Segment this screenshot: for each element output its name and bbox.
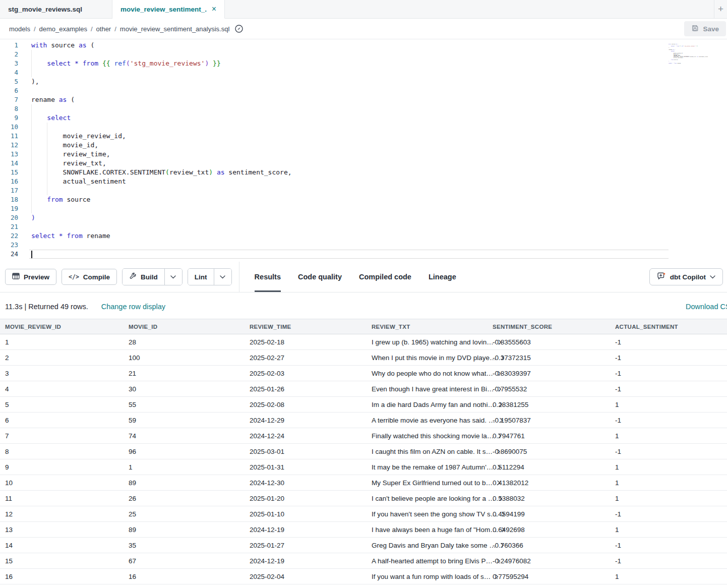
sql-code-editor[interactable]: 1with source as (23 select * from {{ ref… [0,39,727,262]
cell-actual-sentiment: 1 [610,463,727,471]
lint-button[interactable]: Lint [188,269,214,285]
breadcrumb-segment: movie_review_sentiment_analysis.sql [120,25,230,33]
change-row-display-link[interactable]: Change row display [101,303,165,311]
code-lines: 1with source as (23 select * from {{ ref… [0,41,727,259]
code-text [18,204,31,213]
cell-actual-sentiment: -1 [610,354,727,362]
minimap-token: ( [677,44,678,44]
new-tab-button[interactable]: + [714,0,727,18]
minimap-token: actual_sentiment [669,57,683,58]
build-button[interactable]: Build [123,269,165,285]
tab-lineage[interactable]: Lineage [429,262,456,292]
code-text: movie_id, [18,141,98,150]
code-text: select * from {{ ref('stg_movie_reviews'… [18,59,221,68]
cell-sentiment-score: -0.8690075 [488,448,610,455]
lint-dropdown-button[interactable] [214,269,231,285]
code-line[interactable]: 21 [0,222,727,231]
code-token: sentiment_score, [225,168,292,176]
compass-icon[interactable] [234,24,244,33]
code-line[interactable]: 24 [0,250,727,259]
review-text-truncated: It may be the remake of 1987 Autumn'… [372,463,493,471]
code-line[interactable]: 7rename as ( [0,95,727,104]
minimap-token: source [674,59,678,60]
code-token [98,60,102,67]
code-text: from source [18,195,90,204]
wrench-icon [129,272,137,281]
cell-movie-review-id: 10 [0,479,124,487]
cell-review-txt: Im a die hard Dads Army fan and nothi… [367,401,488,408]
cell-movie-id: 67 [124,557,245,565]
editor-minimap[interactable]: with source as ( select * from {{ ref('s… [669,44,708,66]
code-line[interactable]: 18 from source [0,195,727,204]
code-text: with source as ( [18,41,94,50]
code-line[interactable]: 11 movie_review_id, [0,132,727,141]
line-number: 24 [0,250,18,259]
code-token: 'stg_movie_reviews' [130,60,205,67]
column-header-movie_id: MOVIE_ID [124,324,245,330]
code-line[interactable]: 4 [0,68,727,77]
code-text: movie_review_id, [18,132,126,141]
code-line[interactable]: 16 actual_sentiment [0,177,727,186]
line-number: 20 [0,213,18,222]
file-tab-0[interactable]: stg_movie_reviews.sql [0,0,112,18]
line-number: 23 [0,241,18,250]
tab-code-quality[interactable]: Code quality [298,262,342,292]
code-line[interactable]: 15 SNOWFLAKE.CORTEX.SENTIMENT(review_txt… [0,168,727,177]
cell-actual-sentiment: 1 [610,495,727,502]
code-line[interactable]: 5), [0,77,727,86]
close-icon[interactable]: × [212,5,216,14]
code-line[interactable]: 6 [0,86,727,95]
column-header-review_time: REVIEW_TIME [245,324,367,330]
download-csv-link[interactable]: Download CSV [686,303,727,311]
cell-review-txt: If you haven't seen the gong show TV s… [367,510,488,518]
cell-actual-sentiment: -1 [610,510,727,518]
compile-button[interactable]: </> Compile [62,269,117,285]
save-button[interactable]: Save [684,21,726,36]
cell-review-txt: A half-hearted attempt to bring Elvis P… [367,557,488,565]
tab-results[interactable]: Results [255,262,281,292]
code-line[interactable]: 13 review_time, [0,150,727,159]
tab-compiled-code[interactable]: Compiled code [359,262,411,292]
code-line[interactable]: 14 review_txt, [0,159,727,168]
code-line[interactable]: 19 [0,204,727,213]
build-dropdown-button[interactable] [165,269,182,285]
line-number: 22 [0,231,18,241]
results-table-body: 1282025-02-18I grew up (b. 1965) watchin… [0,334,727,588]
review-text-truncated: I grew up (b. 1965) watching and lovin… [372,338,494,346]
file-tab-1[interactable]: movie_review_sentiment_...× [112,0,225,19]
breadcrumb-separator: / [114,25,116,33]
breadcrumb-segment: other [96,25,111,33]
dbt-copilot-button[interactable]: dbt Copilot [649,268,723,285]
code-line[interactable]: 2 [0,50,727,59]
code-line[interactable]: 9 select [0,113,727,123]
result-panel-tabs: ResultsCode qualityCompiled codeLineage [255,262,473,292]
line-number: 14 [0,159,18,168]
code-line[interactable]: 12 movie_id, [0,141,727,150]
code-line[interactable]: 22select * from rename [0,231,727,241]
code-line[interactable]: 20) [0,213,727,222]
code-line[interactable]: 1with source as ( [0,41,727,50]
code-line[interactable]: 8 [0,104,727,113]
line-number: 15 [0,168,18,177]
cell-movie-id: 28 [124,338,245,346]
line-number: 11 [0,132,18,141]
cell-movie-review-id: 12 [0,510,124,518]
breadcrumb-segment: models [9,25,30,33]
preview-button[interactable]: Preview [5,269,56,285]
open-file-tabs: stg_movie_reviews.sqlmovie_review_sentim… [0,0,225,18]
code-line[interactable]: 23 [0,241,727,250]
cell-movie-review-id: 1 [0,338,124,346]
cell-review-txt: I can't believe people are looking for a… [367,495,488,502]
code-line[interactable]: 17 [0,186,727,195]
line-number: 8 [0,104,18,113]
code-line[interactable]: 3 select * from {{ ref('stg_movie_review… [0,59,727,68]
review-text-truncated: Finally watched this shocking movie la… [372,432,494,440]
cell-actual-sentiment: -1 [610,557,727,565]
code-line[interactable]: 10 [0,123,727,132]
cell-review-time: 2025-02-08 [245,401,367,408]
code-token: as [59,96,67,103]
review-text-truncated: If you want a fun romp with loads of s… [372,573,491,580]
cell-review-txt: I grew up (b. 1965) watching and lovin… [367,338,488,346]
code-token [55,232,59,240]
table-row: 14352025-01-27Greg Davis and Bryan Daly … [0,538,727,553]
